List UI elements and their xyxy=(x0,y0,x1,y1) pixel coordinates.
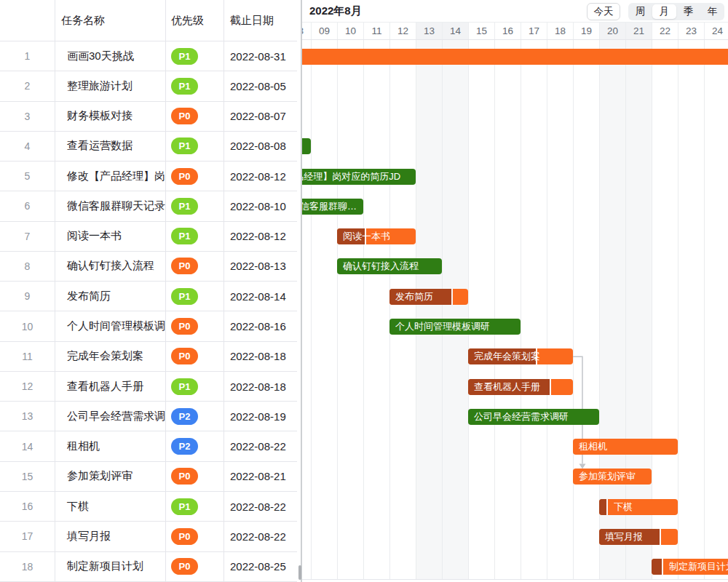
date-cell-16: 16 xyxy=(494,23,521,40)
gantt-bar-task-14[interactable]: 租相机 xyxy=(573,439,678,455)
priority-badge: P1 xyxy=(171,498,198,515)
bar-label: 确认钉钉接入流程 xyxy=(343,258,438,274)
priority-cell: P0 xyxy=(166,462,224,491)
priority-badge: P0 xyxy=(171,108,198,124)
task-name-cell: 微信客服群聊天记录直 xyxy=(55,191,166,220)
header-due-date: 截止日期 xyxy=(224,0,297,41)
table-row-task-13[interactable]: 13公司早会经营需求调研P22022-08-19 xyxy=(0,402,297,431)
table-row-task-11[interactable]: 11完成年会策划案P02022-08-18 xyxy=(0,342,297,372)
task-name-cell: 查看运营数据 xyxy=(55,132,166,161)
view-mode-view-month[interactable]: 月 xyxy=(652,4,676,19)
gantt-bar-task-15[interactable]: 参加策划评审 xyxy=(573,469,652,485)
priority-badge: P0 xyxy=(171,258,198,274)
due-date-cell: 2022-08-22 xyxy=(224,431,297,461)
priority-badge: P2 xyxy=(171,438,198,455)
bar-label: 填写月报 xyxy=(605,529,673,545)
gantt-bar-task-11[interactable]: 完成年会策划案 xyxy=(468,348,573,364)
priority-cell: P1 xyxy=(166,191,224,220)
table-row-task-4[interactable]: 4查看运营数据P12022-08-08 xyxy=(0,132,297,162)
gantt-bar-task-18[interactable]: 制定新项目计划 xyxy=(652,559,728,575)
gantt-bar-task-17[interactable]: 填写月报 xyxy=(599,529,678,545)
priority-cell: P1 xyxy=(166,282,224,311)
task-name-cell: 公司早会经营需求调研 xyxy=(55,402,166,431)
today-button[interactable]: 今天 xyxy=(587,3,620,20)
bar-progress-segment xyxy=(652,559,663,575)
date-cell-12: 12 xyxy=(389,23,416,40)
date-cell-17: 17 xyxy=(521,23,547,40)
task-name-cell: 填写月报 xyxy=(55,522,166,551)
row-index: 16 xyxy=(0,492,55,521)
bar-label: 阅读一本书 xyxy=(343,228,411,244)
priority-badge: P2 xyxy=(171,408,198,425)
priority-cell: P1 xyxy=(166,132,224,161)
gantt-bar-task-5[interactable]: 修改【产品经理】岗对应的简历JD xyxy=(302,169,416,185)
gantt-bar-task-16[interactable]: 下棋 xyxy=(599,499,678,515)
table-row-task-15[interactable]: 15参加策划评审P02022-08-21 xyxy=(0,462,297,492)
due-date-cell: 2022-08-13 xyxy=(224,252,297,281)
bar-label: 租相机 xyxy=(579,439,673,455)
date-cell-10: 10 xyxy=(337,23,363,40)
view-mode-view-quarter[interactable]: 季 xyxy=(676,4,700,19)
priority-cell: P0 xyxy=(166,162,224,191)
table-row-task-17[interactable]: 17填写月报P02022-08-22 xyxy=(0,522,297,551)
bar-label: 下棋 xyxy=(614,499,673,515)
splitter-scrollbar-thumb[interactable] xyxy=(298,565,301,580)
table-row-task-6[interactable]: 6微信客服群聊天记录直P12022-08-10 xyxy=(0,191,297,221)
gantt-bar-task-6[interactable]: 微信客服群聊天记录直 xyxy=(302,199,363,215)
due-date-cell: 2022-08-21 xyxy=(224,462,297,491)
bar-progress-segment xyxy=(599,499,608,515)
date-cell-22: 22 xyxy=(652,23,678,40)
bar-label: 微信客服群聊天记录直 xyxy=(302,199,359,215)
date-cell-09: 09 xyxy=(311,23,337,40)
task-name-cell: 下棋 xyxy=(55,492,166,521)
table-row-task-9[interactable]: 9发布简历P12022-08-14 xyxy=(0,282,297,311)
table-row-task-5[interactable]: 5修改【产品经理】岗对应的简历JDP02022-08-12 xyxy=(0,162,297,191)
table-row-task-12[interactable]: 12查看机器人手册P12022-08-18 xyxy=(0,372,297,402)
date-cell-11: 11 xyxy=(363,23,389,40)
gantt-bar-task-1[interactable] xyxy=(302,49,728,65)
view-mode-view-week[interactable]: 周 xyxy=(628,4,652,19)
task-name-cell: 租相机 xyxy=(55,431,166,461)
due-date-cell: 2022-08-07 xyxy=(224,102,297,131)
date-cell-24: 24 xyxy=(704,23,728,40)
priority-cell: P1 xyxy=(166,41,224,71)
date-cell-20: 20 xyxy=(599,23,625,40)
table-row-task-14[interactable]: 14租相机P22022-08-22 xyxy=(0,431,297,461)
view-mode-view-year[interactable]: 年 xyxy=(700,4,724,19)
priority-badge: P0 xyxy=(171,468,198,485)
due-date-cell: 2022-08-18 xyxy=(224,342,297,371)
gantt-bar-task-4[interactable] xyxy=(302,138,311,154)
table-row-task-1[interactable]: 1画画30天挑战P12022-08-31 xyxy=(0,41,297,71)
table-row-task-10[interactable]: 10个人时间管理模板调研P02022-08-16 xyxy=(0,311,297,341)
table-body: 1画画30天挑战P12022-08-312整理旅游计划P12022-08-053… xyxy=(0,41,297,582)
due-date-cell: 2022-08-25 xyxy=(224,552,297,581)
table-row-task-8[interactable]: 8确认钉钉接入流程P02022-08-13 xyxy=(0,252,297,282)
row-index: 1 xyxy=(0,41,55,71)
gantt-bar-task-9[interactable]: 发布简历 xyxy=(389,289,468,305)
table-gantt-splitter[interactable] xyxy=(297,0,302,582)
row-index: 7 xyxy=(0,222,55,251)
table-row-task-3[interactable]: 3财务模板对接P02022-08-07 xyxy=(0,102,297,132)
row-index: 8 xyxy=(0,252,55,281)
priority-badge: P1 xyxy=(171,78,198,95)
priority-badge: P0 xyxy=(171,558,198,575)
priority-cell: P0 xyxy=(166,342,224,371)
gantt-bar-task-10[interactable]: 个人时间管理模板调研 xyxy=(389,319,521,335)
task-name-cell: 财务模板对接 xyxy=(55,102,166,131)
bar-label: 公司早会经营需求调研 xyxy=(474,409,595,425)
row-index: 14 xyxy=(0,431,55,461)
gantt-bar-task-13[interactable]: 公司早会经营需求调研 xyxy=(468,409,599,425)
due-date-cell: 2022-08-22 xyxy=(224,492,297,521)
date-cell-23: 23 xyxy=(678,23,704,40)
gantt-bar-task-8[interactable]: 确认钉钉接入流程 xyxy=(337,258,442,274)
table-row-task-16[interactable]: 16下棋P12022-08-22 xyxy=(0,492,297,522)
gantt-bar-task-7[interactable]: 阅读一本书 xyxy=(337,228,416,244)
table-row-task-7[interactable]: 7阅读一本书P12022-08-12 xyxy=(0,222,297,252)
task-name-cell: 参加策划评审 xyxy=(55,462,166,491)
table-row-task-2[interactable]: 2整理旅游计划P12022-08-05 xyxy=(0,71,297,101)
priority-badge: P0 xyxy=(171,168,198,185)
gantt-bar-task-12[interactable]: 查看机器人手册 xyxy=(468,379,573,395)
row-index: 9 xyxy=(0,282,55,311)
table-row-task-18[interactable]: 18制定新项目计划P02022-08-25 xyxy=(0,552,297,582)
priority-cell: P0 xyxy=(166,102,224,131)
